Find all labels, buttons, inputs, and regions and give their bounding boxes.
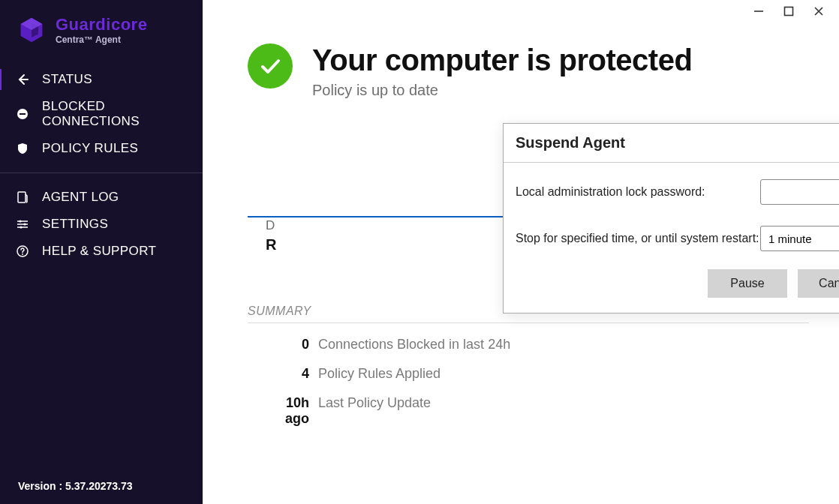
password-label: Local administration lock password:: [516, 185, 760, 199]
password-input[interactable]: [760, 179, 839, 205]
blocked-icon: [15, 106, 30, 122]
summary-label: Last Policy Update: [318, 395, 431, 411]
sidebar-item-blocked-connections[interactable]: BLOCKED CONNECTIONS: [0, 93, 203, 135]
log-icon: [15, 190, 30, 205]
app-window: Guardicore Centra™ Agent STATUS BLOCKED …: [0, 0, 839, 504]
sidebar: Guardicore Centra™ Agent STATUS BLOCKED …: [0, 0, 203, 504]
svg-rect-4: [18, 192, 26, 202]
svg-point-9: [22, 254, 23, 255]
sidebar-item-label: BLOCKED CONNECTIONS: [42, 99, 189, 129]
main-area: Your computer is protected Policy is up …: [203, 0, 839, 504]
summary-count: 10h ago: [261, 395, 318, 427]
modal-row-password: Local administration lock password:: [516, 179, 839, 205]
modal-body: Local administration lock password: Stop…: [504, 163, 839, 263]
status-check-icon: [248, 44, 293, 88]
help-icon: [15, 244, 30, 259]
sidebar-item-label: POLICY RULES: [42, 141, 138, 156]
summary-row-policy: 4 Policy Rules Applied: [248, 366, 809, 382]
summary-row-blocked: 0 Connections Blocked in last 24h: [248, 337, 809, 352]
brand-name: Guardicore: [56, 15, 147, 34]
brand-row: Guardicore Centra™ Agent: [0, 0, 203, 52]
svg-point-5: [19, 220, 21, 222]
window-close-button[interactable]: [812, 4, 825, 18]
pause-button[interactable]: Pause: [708, 269, 787, 298]
card-status-peek: R: [266, 236, 278, 254]
sidebar-divider: [0, 172, 203, 173]
status-card-left-peek: D R: [248, 131, 278, 254]
modal-actions: Pause Cancel: [504, 263, 839, 313]
status-header: Your computer is protected Policy is up …: [203, 0, 839, 99]
cancel-button[interactable]: Cancel: [798, 269, 839, 298]
summary-count: 4: [261, 366, 318, 382]
status-subtitle: Policy is up to date: [312, 82, 692, 99]
summary-row-last-update: 10h ago Last Policy Update: [248, 395, 809, 427]
window-controls: [752, 4, 825, 18]
svg-point-6: [23, 223, 26, 225]
sidebar-item-label: SETTINGS: [42, 217, 108, 232]
sidebar-nav-primary: STATUS BLOCKED CONNECTIONS POLICY RULES: [0, 66, 203, 162]
sidebar-item-policy-rules[interactable]: POLICY RULES: [0, 135, 203, 162]
sidebar-item-help-support[interactable]: HELP & SUPPORT: [0, 238, 203, 265]
brand-text: Guardicore Centra™ Agent: [56, 15, 147, 45]
suspend-agent-modal: Suspend Agent Local administration lock …: [503, 123, 839, 314]
brand-logo-icon: [18, 16, 45, 44]
settings-icon: [15, 217, 30, 232]
window-minimize-button[interactable]: [752, 4, 765, 18]
svg-rect-11: [785, 8, 793, 16]
brand-subtitle: Centra™ Agent: [56, 34, 147, 45]
summary-section: SUMMARY 0 Connections Blocked in last 24…: [248, 304, 809, 427]
sidebar-item-label: HELP & SUPPORT: [42, 244, 156, 259]
modal-row-duration: Stop for specified time, or until system…: [516, 226, 839, 251]
duration-select[interactable]: 1 minute: [760, 226, 839, 251]
version-text: Version : 5.37.20273.73: [18, 480, 133, 492]
shield-icon: [15, 141, 30, 156]
status-title: Your computer is protected: [312, 44, 692, 77]
window-maximize-button[interactable]: [782, 4, 795, 18]
duration-label: Stop for specified time, or until system…: [516, 232, 760, 245]
arrow-left-icon: [15, 72, 30, 87]
modal-title: Suspend Agent: [504, 124, 839, 163]
svg-rect-3: [20, 113, 26, 115]
duration-select-wrap: 1 minute: [760, 226, 839, 251]
sidebar-nav-secondary: AGENT LOG SETTINGS HELP & SUPPORT: [0, 184, 203, 265]
sidebar-item-settings[interactable]: SETTINGS: [0, 211, 203, 238]
sidebar-item-status[interactable]: STATUS: [0, 66, 203, 93]
svg-point-7: [20, 226, 22, 228]
sidebar-item-label: AGENT LOG: [42, 190, 119, 205]
sidebar-item-agent-log[interactable]: AGENT LOG: [0, 184, 203, 211]
sidebar-item-label: STATUS: [42, 72, 92, 87]
summary-label: Policy Rules Applied: [318, 366, 441, 382]
summary-count: 0: [261, 337, 318, 352]
summary-label: Connections Blocked in last 24h: [318, 337, 510, 352]
card-label-peek: D: [266, 218, 278, 233]
